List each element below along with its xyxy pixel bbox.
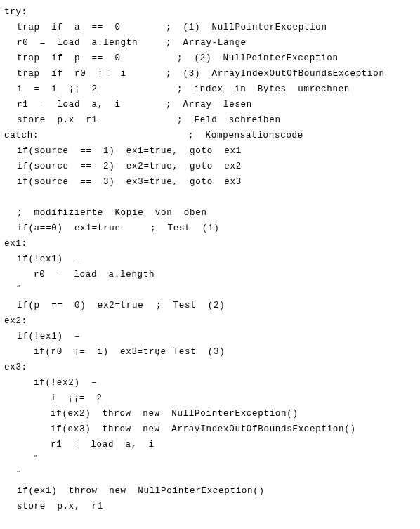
code-line: if(ex3) throw new ArrayIndexOutOfBoundsE…: [3, 422, 420, 437]
code-text: if(p == 0) ex2=true: [17, 298, 143, 313]
code-line: if(!ex1) –: [3, 252, 420, 267]
comment-text: ; Array-Länge: [166, 35, 247, 51]
code-text: if(ex1) throw new NullPointerException(): [17, 483, 265, 499]
comment-text: ; Array lesen: [166, 97, 252, 112]
code-text: if(!ex2) –: [34, 375, 97, 391]
code-text: store p.x, r1: [17, 499, 103, 514]
code-listing: try:trap if a == 0; (1) NullPointerExcep…: [0, 0, 420, 514]
blank-line: [3, 190, 420, 205]
code-text: if(a==0) ex1=true: [17, 221, 121, 236]
code-line: if(!ex2) –: [3, 375, 420, 391]
code-text: i ¡¡= 2: [51, 391, 103, 406]
comment-text: ; Test (3): [156, 344, 225, 360]
code-line: if(source == 3) ex3=true, goto ex3: [3, 174, 420, 190]
code-line: try:: [3, 4, 420, 20]
code-line: ex2:: [3, 313, 420, 329]
comment-text: ; Kompensationscode: [188, 128, 303, 143]
code-text: if(source == 1) ex1=true, goto ex1: [17, 143, 242, 159]
code-text: if(source == 3) ex3=true, goto ex3: [17, 174, 242, 190]
code-text: trap if p == 0: [17, 51, 121, 66]
code-line: trap if p == 0; (2) NullPointerException: [3, 51, 420, 66]
code-line: trap if r0 ¡= i; (3) ArrayIndexOutOfBoun…: [3, 66, 420, 81]
code-text: r0 = load a.length: [34, 267, 155, 282]
code-text: if(source == 2) ex2=true, goto ex2: [17, 159, 242, 174]
code-line: store p.x, r1: [3, 499, 420, 514]
code-text: r1 = load a, i: [51, 437, 155, 452]
code-text: ex1:: [4, 236, 27, 252]
code-text: ex2:: [4, 313, 27, 329]
code-text: store p.x r1: [17, 112, 98, 128]
code-text: ex3:: [4, 360, 27, 375]
code-line: ˝: [3, 452, 420, 468]
code-text: i = i ¡¡ 2: [17, 81, 98, 97]
code-text: r1 = load a, i: [17, 97, 121, 112]
code-text: if(ex3) throw new ArrayIndexOutOfBoundsE…: [51, 422, 356, 437]
code-line: ˝: [3, 468, 420, 483]
code-line: r1 = load a, i; Array lesen: [3, 97, 420, 112]
code-line: i = i ¡¡ 2; index in Bytes umrechnen: [3, 81, 420, 97]
code-line: if(source == 1) ex1=true, goto ex1: [3, 143, 420, 159]
code-line: if(ex2) throw new NullPointerException(): [3, 406, 420, 422]
code-line: ex1:: [3, 236, 420, 252]
code-text: if(r0 ¡= i) ex3=true: [34, 344, 166, 360]
code-text: if(!ex1) –: [17, 329, 80, 344]
code-line: if(ex1) throw new NullPointerException(): [3, 483, 420, 499]
comment-text: ; (3) ArrayIndexOutOfBoundsException: [166, 66, 385, 81]
comment-text: ; (1) NullPointerException: [166, 20, 327, 35]
code-text: ; modifizierte Kopie von oben: [17, 205, 207, 221]
code-line: ˝: [3, 282, 420, 298]
code-line: if(!ex1) –: [3, 329, 420, 344]
code-line: i ¡¡= 2: [3, 391, 420, 406]
code-text: if(!ex1) –: [17, 252, 80, 267]
code-text: trap if a == 0: [17, 20, 121, 35]
code-text: catch:: [4, 128, 39, 143]
code-text: r0 = load a.length: [17, 35, 138, 51]
comment-text: ; Feld schreiben: [177, 112, 281, 128]
code-text: ˝: [17, 468, 22, 483]
code-text: if(ex2) throw new NullPointerException(): [51, 406, 298, 422]
comment-text: ; index in Bytes umrechnen: [177, 81, 350, 97]
code-text: ˝: [17, 282, 22, 298]
code-line: store p.x r1; Feld schreiben: [3, 112, 420, 128]
code-line: ex3:: [3, 360, 420, 375]
code-line: r0 = load a.length; Array-Länge: [3, 35, 420, 51]
code-line: r1 = load a, i: [3, 437, 420, 452]
code-text: ˝: [34, 452, 39, 468]
comment-text: ; (2) NullPointerException: [177, 51, 339, 66]
code-line: if(a==0) ex1=true; Test (1): [3, 221, 420, 236]
code-line: if(source == 2) ex2=true, goto ex2: [3, 159, 420, 174]
code-line: if(p == 0) ex2=true; Test (2): [3, 298, 420, 313]
comment-text: ; Test (2): [156, 298, 225, 313]
code-line: r0 = load a.length: [3, 267, 420, 282]
code-line: if(r0 ¡= i) ex3=true; Test (3): [3, 344, 420, 360]
code-text: trap if r0 ¡= i: [17, 66, 126, 81]
code-line: catch:; Kompensationscode: [3, 128, 420, 143]
code-line: ; modifizierte Kopie von oben: [3, 205, 420, 221]
code-line: trap if a == 0; (1) NullPointerException: [3, 20, 420, 35]
code-text: try:: [4, 4, 27, 20]
comment-text: ; Test (1): [150, 221, 219, 236]
